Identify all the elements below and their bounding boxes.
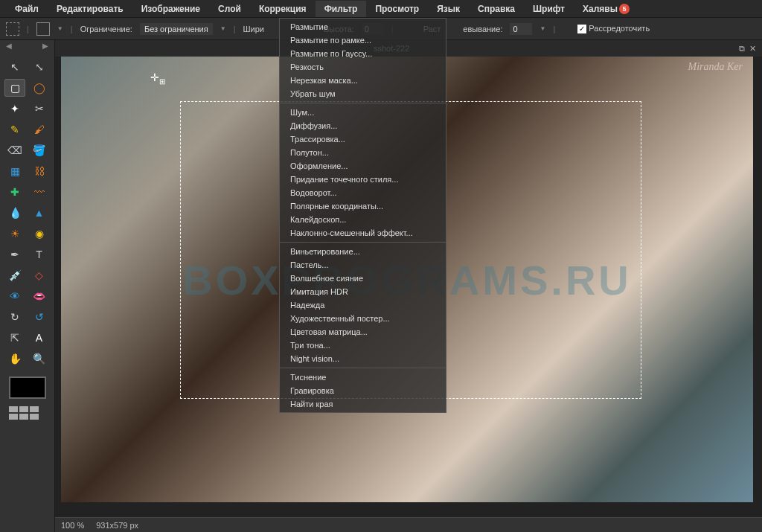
feather-input[interactable] — [510, 23, 532, 35]
marquee-mode-icon[interactable] — [36, 22, 50, 36]
filter-menu-item[interactable]: Пастель... — [280, 258, 446, 272]
filter-menu-item[interactable]: Имитация HDR — [280, 285, 446, 298]
chevron-down-icon[interactable]: ▼ — [57, 25, 63, 32]
feather-label: евывание: — [463, 25, 502, 33]
transform-tool[interactable]: ⤡ — [29, 58, 50, 76]
type-tool[interactable]: T — [29, 246, 50, 263]
filter-dropdown-menu: РазмытиеРазмытие по рамке...Размытие по … — [279, 18, 446, 413]
menu-edit[interactable]: Редактировать — [48, 1, 132, 17]
filter-menu-item[interactable]: Придание точечного стиля... — [280, 173, 446, 186]
filter-menu-item[interactable]: Водоворот... — [280, 186, 446, 199]
prev-icon[interactable]: ◀ — [6, 42, 12, 52]
chevron-down-icon[interactable]: ▼ — [220, 25, 226, 32]
filter-menu-item[interactable]: Убрать шум — [280, 87, 446, 100]
liquify-tool[interactable]: 👄 — [29, 287, 50, 305]
filter-menu-item[interactable]: Калейдоскоп... — [280, 213, 446, 226]
menu-correction[interactable]: Коррекция — [250, 1, 316, 17]
shape-tool[interactable]: ◇ — [29, 266, 50, 284]
text-tool[interactable]: A — [29, 329, 50, 347]
move-tool[interactable]: ↖ — [4, 58, 25, 76]
blur-tool[interactable]: 💧 — [4, 204, 25, 222]
filter-menu-item[interactable]: Резкость — [280, 60, 446, 74]
red-eye-tool[interactable]: 👁 — [4, 287, 25, 305]
restore-icon[interactable]: ⧉ — [739, 44, 745, 54]
filter-menu-item[interactable]: Трассировка... — [280, 132, 446, 146]
menu-font[interactable]: Шрифт — [524, 1, 574, 17]
zoom-level[interactable]: 100 % — [61, 521, 84, 530]
menu-language[interactable]: Язык — [428, 1, 469, 17]
filter-menu-item[interactable]: Размытие по рамке... — [280, 33, 446, 47]
next-icon[interactable]: ▶ — [42, 42, 48, 52]
fill-tool[interactable]: 🪣 — [29, 141, 50, 159]
filter-menu-item[interactable]: Волшебное сияние — [280, 272, 446, 285]
wand-tool[interactable]: ✦ — [4, 100, 25, 118]
eraser-tool[interactable]: ⌫ — [4, 141, 25, 159]
menu-separator — [280, 368, 446, 368]
menu-separator — [280, 242, 446, 243]
pen-tool[interactable]: ✒ — [4, 246, 25, 263]
limit-select[interactable]: Без ограничения — [140, 23, 213, 35]
disperse-label: Рассредоточить — [589, 24, 650, 33]
disperse-checkbox[interactable]: ✓ — [577, 25, 586, 33]
sponge-tool[interactable]: ◉ — [29, 225, 50, 243]
filter-menu-item[interactable]: Найти края — [280, 397, 446, 411]
filter-menu-item[interactable]: Нерезкая маска... — [280, 74, 446, 87]
filter-menu-item[interactable]: Тиснение — [280, 371, 446, 384]
rotate-cw-tool[interactable]: ↻ — [4, 308, 25, 326]
tools-grid: ↖⤡▢◯✦✂✎🖌⌫🪣▦⛓✚〰💧▲☀◉✒T💉◇👁👄↻↺⇱A✋🔍 — [0, 54, 54, 372]
filter-menu-item[interactable]: Три тона... — [280, 339, 446, 352]
canvas-dimensions: 931x579 px — [96, 521, 138, 530]
filter-menu-item[interactable]: Виньетирование... — [280, 245, 446, 258]
filter-menu-item[interactable]: Гравировка — [280, 384, 446, 397]
crop-tool[interactable]: ✂ — [29, 100, 50, 118]
filter-menu-item[interactable]: Размытие — [280, 20, 446, 33]
menu-filter[interactable]: Фильтр — [316, 1, 367, 17]
menubar: Файл Редактировать Изображение Слой Корр… — [0, 0, 762, 18]
sharpen-tool[interactable]: ▲ — [29, 204, 50, 222]
status-bar: 100 % 931x579 px — [55, 517, 762, 532]
filter-menu-item[interactable]: Цветовая матрица... — [280, 325, 446, 339]
image-signature: Miranda Ker — [688, 61, 743, 73]
heal-tool[interactable]: ✚ — [4, 183, 25, 201]
filter-menu-item[interactable]: Полярные координаты... — [280, 199, 446, 213]
filter-menu-item[interactable]: Диффузия... — [280, 119, 446, 132]
filter-menu-item[interactable]: Шум... — [280, 106, 446, 119]
menu-layer[interactable]: Слой — [209, 1, 250, 17]
menu-freebies[interactable]: Халявы5 — [574, 1, 638, 17]
filter-menu-item[interactable]: Полутон... — [280, 146, 446, 159]
hand-tool[interactable]: ✋ — [4, 350, 25, 368]
color-swatch[interactable] — [9, 376, 46, 399]
width-label: Шири — [243, 25, 265, 33]
chevron-down-icon[interactable]: ▼ — [540, 25, 545, 32]
menu-file[interactable]: Файл — [6, 1, 48, 17]
brush-tool[interactable]: 🖌 — [29, 121, 50, 138]
zoom-tool[interactable]: 🔍 — [29, 350, 50, 368]
limit-label: Ограничение: — [80, 25, 132, 33]
pointer-tool[interactable]: ⇱ — [4, 329, 25, 347]
filter-menu-item[interactable]: Night vision... — [280, 352, 446, 365]
rect-select-tool[interactable]: ▢ — [4, 79, 25, 97]
pencil-tool[interactable]: ✎ — [4, 121, 25, 138]
marquee-icon — [6, 22, 19, 36]
menu-image[interactable]: Изображение — [132, 1, 209, 17]
filter-menu-item[interactable]: Наклонно-смешенный эффект... — [280, 226, 446, 240]
menu-view[interactable]: Просмотр — [366, 1, 428, 17]
rotate-ccw-tool[interactable]: ↺ — [29, 308, 50, 326]
menu-help[interactable]: Справка — [469, 1, 524, 17]
menu-separator — [280, 103, 446, 103]
gradient-tool[interactable]: ▦ — [4, 162, 25, 180]
filter-menu-item[interactable]: Оформление... — [280, 159, 446, 173]
close-icon[interactable]: ✕ — [749, 44, 756, 54]
filter-menu-item[interactable]: Художественный постер... — [280, 312, 446, 325]
color-picker-tool[interactable]: 💉 — [4, 266, 25, 284]
stamp-tool[interactable]: ⛓ — [29, 162, 50, 180]
tool-sidebar: ◀ ▶ ↖⤡▢◯✦✂✎🖌⌫🪣▦⛓✚〰💧▲☀◉✒T💉◇👁👄↻↺⇱A✋🔍 — [0, 40, 55, 532]
filter-menu-item[interactable]: Размытие по Гауссу... — [280, 47, 446, 60]
dodge-tool[interactable]: ☀ — [4, 225, 25, 243]
freebies-badge: 5 — [619, 4, 630, 14]
layout-grid-icon[interactable] — [0, 403, 54, 423]
filter-menu-item[interactable]: Надежда — [280, 298, 446, 312]
smudge-tool[interactable]: 〰 — [29, 183, 50, 201]
cursor-crosshair-icon: ✛ — [150, 71, 159, 83]
lasso-tool[interactable]: ◯ — [29, 79, 50, 97]
